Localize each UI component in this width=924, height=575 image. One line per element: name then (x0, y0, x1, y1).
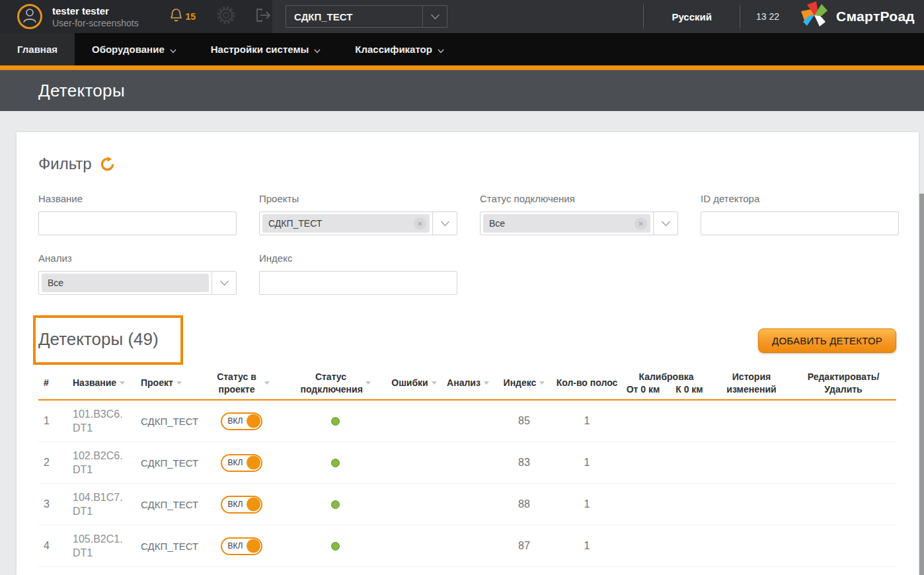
nav-item-label: Главная (17, 44, 58, 55)
chevron-down-icon (170, 44, 176, 56)
brand-name: СмартРоад (836, 9, 915, 24)
column-label: Индекс (504, 377, 537, 389)
table-row: 4 105.B2C1.DT1 СДКП_ТЕСТ ВКЛ 87 (38, 525, 896, 567)
column-header-name[interactable]: Название (63, 377, 135, 389)
main-nav: Главная Оборудование Настройки системы К… (0, 33, 924, 65)
table-body: 1 101.B3C6.DT1 СДКП_ТЕСТ ВКЛ 85 (38, 401, 896, 567)
filter-form: Название Проекты СДКП_ТЕСТ × Статус подк… (38, 193, 919, 295)
nav-item-equipment[interactable]: Оборудование (75, 33, 194, 65)
toggle-knob-icon (247, 414, 260, 428)
row-number: 1 (38, 415, 63, 427)
user-avatar[interactable] (17, 4, 42, 29)
filter-title: Фильтр (38, 155, 92, 173)
analysis-select[interactable]: Все (38, 271, 237, 295)
chevron-down-icon[interactable] (212, 272, 236, 294)
sort-icon[interactable] (366, 381, 371, 385)
status-toggle[interactable]: ВКЛ (221, 496, 262, 514)
chevron-down-icon (438, 44, 444, 56)
column-header-connection-status[interactable]: Статус подключения (284, 371, 387, 396)
status-toggle[interactable]: ВКЛ (221, 537, 262, 555)
status-toggle-cell: ВКЛ (198, 537, 284, 555)
status-toggle[interactable]: ВКЛ (221, 454, 262, 472)
top-bar-user-section: tester tester User-for-screenshots 15 (0, 0, 272, 33)
chip-label: Все (489, 218, 505, 229)
sort-icon[interactable] (432, 381, 437, 385)
selected-chip: СДКП_ТЕСТ × (262, 214, 430, 233)
column-label: Статус в проекте (213, 371, 260, 396)
index-input[interactable] (259, 271, 457, 295)
online-status-dot-icon (331, 459, 340, 467)
status-toggle-cell: ВКЛ (198, 412, 284, 430)
bell-icon (170, 8, 182, 25)
index-value: 85 (494, 415, 554, 427)
sort-icon[interactable] (120, 381, 125, 385)
status-toggle-cell: ВКЛ (198, 496, 284, 514)
sort-icon[interactable] (539, 381, 545, 385)
detector-name: 102.B2C6.DT1 (63, 449, 135, 477)
content-card: Фильтр Название Проекты СДКП_ТЕСТ × (17, 132, 919, 575)
toggle-label: ВКЛ (228, 541, 243, 551)
column-header-history: История изменений (712, 371, 790, 396)
clear-icon[interactable]: × (635, 217, 647, 230)
name-input[interactable] (38, 211, 237, 235)
field-label: Индекс (259, 252, 457, 264)
project-dropdown[interactable]: СДКП_ТЕСТ (286, 5, 447, 28)
chip-label: СДКП_ТЕСТ (268, 218, 322, 229)
index-value: 88 (494, 498, 554, 510)
toggle-knob-icon (247, 456, 260, 470)
connection-status-select[interactable]: Все × (480, 211, 678, 235)
chevron-down-icon[interactable] (422, 6, 447, 27)
connection-cell (284, 417, 387, 426)
detector-id-input[interactable] (701, 211, 899, 235)
detectors-count-heading: Детекторы (49) (38, 329, 177, 350)
chevron-down-icon[interactable] (432, 212, 457, 235)
clear-icon[interactable]: × (414, 217, 426, 230)
column-header-status-in-project[interactable]: Статус в проекте (198, 371, 284, 396)
lanes-value: 1 (554, 540, 620, 552)
selected-chip: Все × (483, 214, 650, 233)
column-header-index[interactable]: Индекс (494, 377, 554, 389)
sort-icon[interactable] (176, 381, 182, 385)
vertical-scrollbar[interactable] (919, 194, 924, 575)
column-header-errors[interactable]: Ошибки (387, 377, 442, 389)
column-label-calibration-from: От 0 км (620, 383, 666, 396)
column-header-num: # (38, 377, 63, 389)
sort-icon[interactable] (264, 381, 270, 385)
detector-name: 105.B2C1.DT1 (63, 532, 135, 560)
nav-item-classifier[interactable]: Классификатор (338, 33, 461, 65)
projects-select[interactable]: СДКП_ТЕСТ × (259, 211, 457, 235)
online-status-dot-icon (331, 542, 340, 551)
language-selector[interactable]: Русский (644, 11, 740, 22)
settings-button[interactable] (215, 5, 237, 28)
logout-button[interactable] (255, 7, 272, 26)
detector-project: СДКП_ТЕСТ (135, 457, 198, 469)
chevron-down-icon[interactable] (653, 212, 677, 235)
row-number: 2 (38, 457, 63, 469)
column-header-project[interactable]: Проект (135, 377, 198, 389)
person-icon (22, 7, 37, 26)
sort-icon[interactable] (484, 381, 489, 385)
column-header-analysis[interactable]: Анализ (442, 377, 494, 389)
filter-field-connection-status: Статус подключения Все × (480, 193, 678, 235)
toggle-label: ВКЛ (228, 458, 243, 467)
page-header: Детекторы (0, 70, 924, 111)
notifications-button[interactable]: 15 (170, 8, 196, 25)
add-detector-button[interactable]: ДОБАВИТЬ ДЕТЕКТОР (758, 328, 896, 353)
notifications-count: 15 (185, 11, 196, 22)
nav-item-system-settings[interactable]: Настройки системы (194, 33, 338, 65)
nav-item-home[interactable]: Главная (0, 33, 75, 65)
column-label: Анализ (447, 377, 481, 389)
field-label: Проекты (259, 193, 457, 204)
status-toggle[interactable]: ВКЛ (221, 412, 262, 430)
lanes-value: 1 (554, 457, 620, 469)
logout-icon (255, 7, 272, 26)
detectors-table: # Название Проект Статус в проекте Стату… (38, 369, 896, 567)
lanes-value: 1 (554, 498, 620, 510)
filter-field-detector-id: ID детектора (701, 193, 899, 235)
row-number: 4 (38, 540, 63, 552)
toggle-knob-icon (247, 539, 260, 553)
project-dropdown-value: СДКП_ТЕСТ (286, 11, 422, 22)
table-row: 1 101.B3C6.DT1 СДКП_ТЕСТ ВКЛ 85 (38, 401, 896, 442)
refresh-icon[interactable] (100, 157, 115, 172)
index-value: 87 (494, 540, 554, 552)
